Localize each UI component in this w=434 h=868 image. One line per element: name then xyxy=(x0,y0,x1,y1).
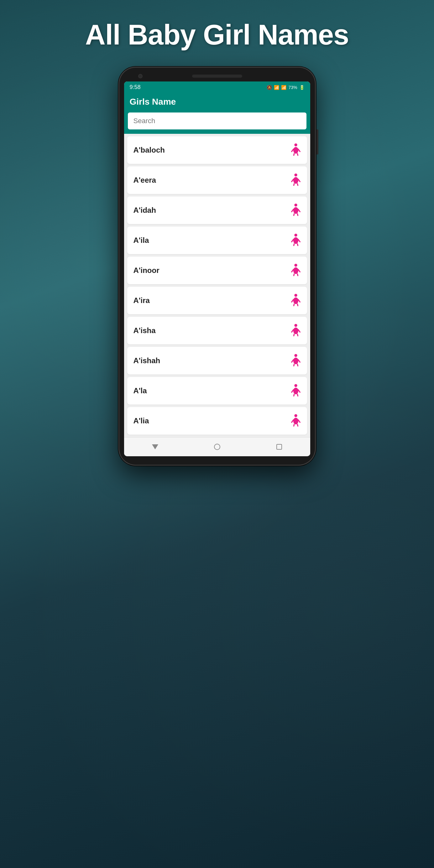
name-label: A'eera xyxy=(133,176,156,185)
page-title: All Baby Girl Names xyxy=(85,19,349,51)
girl-icon xyxy=(291,414,301,428)
back-icon xyxy=(152,444,158,450)
svg-line-21 xyxy=(298,239,300,242)
list-item[interactable]: A'idah xyxy=(127,196,307,224)
girl-icon xyxy=(291,293,301,307)
nav-recent-button[interactable] xyxy=(273,441,285,453)
list-item[interactable]: A'lia xyxy=(127,407,307,435)
svg-point-0 xyxy=(294,144,297,146)
svg-line-46 xyxy=(293,364,294,366)
svg-line-4 xyxy=(293,154,294,156)
svg-line-32 xyxy=(291,300,293,302)
svg-line-33 xyxy=(298,300,300,302)
name-label: A'lia xyxy=(133,416,149,425)
list-item[interactable]: A'isha xyxy=(127,317,307,344)
bottom-nav xyxy=(124,437,310,456)
svg-line-2 xyxy=(291,149,293,152)
phone-top-bar xyxy=(124,74,310,78)
search-container xyxy=(124,112,310,134)
name-label: A'la xyxy=(133,386,147,395)
girl-icon xyxy=(291,324,301,338)
recent-icon xyxy=(276,444,282,450)
girl-icon xyxy=(291,384,301,398)
svg-line-58 xyxy=(293,424,294,427)
svg-line-50 xyxy=(291,390,293,392)
svg-line-8 xyxy=(291,179,293,182)
svg-point-24 xyxy=(294,264,297,267)
svg-line-40 xyxy=(293,334,294,336)
name-label: A'isha xyxy=(133,326,156,335)
name-label: A'baloch xyxy=(133,146,165,154)
phone-frame: 9:58 🔕 📶 📶 73% 🔋 Girls Name A'baloch xyxy=(119,67,316,466)
girl-icon xyxy=(291,264,301,277)
girl-icon xyxy=(291,143,301,157)
girl-icon xyxy=(291,354,301,368)
app-title: Girls Name xyxy=(130,97,305,107)
svg-line-44 xyxy=(291,360,293,362)
wifi-icon: 📶 xyxy=(274,85,279,90)
svg-line-22 xyxy=(293,244,294,246)
phone-side-button xyxy=(316,129,318,154)
svg-point-6 xyxy=(294,174,297,177)
svg-line-14 xyxy=(291,209,293,212)
svg-line-39 xyxy=(298,330,300,332)
list-item[interactable]: A'eera xyxy=(127,166,307,194)
svg-point-42 xyxy=(294,354,297,357)
list-item[interactable]: A'ila xyxy=(127,226,307,254)
battery-indicator: 73% xyxy=(288,85,297,90)
list-item[interactable]: A'la xyxy=(127,377,307,405)
svg-point-18 xyxy=(294,234,297,237)
svg-line-20 xyxy=(291,239,293,242)
svg-point-12 xyxy=(294,204,297,207)
svg-line-57 xyxy=(298,420,300,423)
svg-line-10 xyxy=(293,184,294,186)
status-icons: 🔕 📶 📶 73% 🔋 xyxy=(267,85,304,90)
phone-camera xyxy=(138,74,143,78)
name-label: A'inoor xyxy=(133,266,159,275)
svg-line-16 xyxy=(293,214,294,216)
search-input[interactable] xyxy=(127,112,307,130)
svg-line-45 xyxy=(298,360,300,362)
svg-line-38 xyxy=(291,330,293,332)
svg-point-30 xyxy=(294,294,297,297)
phone-speaker xyxy=(192,74,242,78)
svg-line-3 xyxy=(298,149,300,152)
list-item[interactable]: A'ira xyxy=(127,287,307,314)
svg-line-51 xyxy=(298,390,300,392)
list-item[interactable]: A'inoor xyxy=(127,257,307,284)
svg-line-27 xyxy=(298,270,300,272)
svg-line-15 xyxy=(298,209,300,212)
name-label: A'ishah xyxy=(133,356,160,365)
home-icon xyxy=(214,444,220,450)
svg-point-54 xyxy=(294,414,297,417)
name-label: A'ila xyxy=(133,236,149,245)
signal-icon: 📶 xyxy=(281,85,286,90)
girl-icon xyxy=(291,173,301,187)
svg-point-36 xyxy=(294,324,297,327)
phone-screen: 9:58 🔕 📶 📶 73% 🔋 Girls Name A'baloch xyxy=(124,82,310,456)
name-label: A'idah xyxy=(133,206,156,215)
svg-line-52 xyxy=(293,394,294,396)
names-list: A'baloch A'eera A'idah xyxy=(124,134,310,437)
status-bar: 9:58 🔕 📶 📶 73% 🔋 xyxy=(124,82,310,93)
name-label: A'ira xyxy=(133,296,150,305)
svg-point-48 xyxy=(294,384,297,387)
girl-icon xyxy=(291,204,301,217)
list-item[interactable]: A'ishah xyxy=(127,347,307,374)
svg-line-26 xyxy=(291,270,293,272)
list-item[interactable]: A'baloch xyxy=(127,136,307,164)
svg-line-28 xyxy=(293,274,294,276)
nav-home-button[interactable] xyxy=(211,441,223,453)
status-time: 9:58 xyxy=(130,84,141,91)
svg-line-9 xyxy=(298,179,300,182)
battery-icon: 🔋 xyxy=(299,85,305,90)
mute-icon: 🔕 xyxy=(267,85,272,90)
app-header: Girls Name xyxy=(124,93,310,112)
nav-back-button[interactable] xyxy=(149,441,161,453)
svg-line-34 xyxy=(293,304,294,306)
girl-icon xyxy=(291,234,301,247)
svg-line-56 xyxy=(291,420,293,423)
